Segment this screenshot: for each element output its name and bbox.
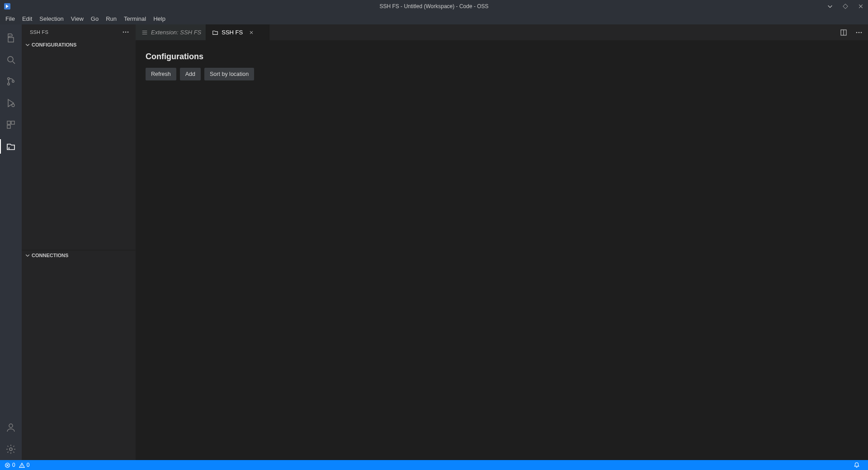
panel-connections-body [22, 260, 136, 461]
svg-point-2 [8, 78, 9, 80]
tab-actions [835, 24, 868, 40]
page-heading: Configurations [146, 52, 858, 61]
activity-run-debug[interactable] [0, 92, 22, 114]
titlebar: SSH FS - Untitled (Workspace) - Code - O… [0, 0, 868, 13]
panel-connections-label: CONNECTIONS [32, 253, 68, 258]
status-warnings[interactable]: 0 [19, 462, 30, 468]
svg-point-3 [8, 83, 9, 85]
menu-view[interactable]: View [67, 14, 87, 24]
sort-by-location-button[interactable]: Sort by location [204, 68, 254, 80]
tab-sshfs[interactable]: SSH FS [206, 24, 269, 40]
svg-rect-8 [7, 125, 10, 128]
editor-area: Extension: SSH FS SSH FS [136, 24, 868, 460]
svg-rect-6 [7, 121, 10, 124]
button-row: Refresh Add Sort by location [146, 68, 858, 80]
menubar: File Edit Selection View Go Run Terminal… [0, 13, 868, 24]
warning-icon [19, 462, 25, 468]
status-notifications[interactable] [854, 462, 860, 468]
svg-point-19 [22, 466, 22, 467]
svg-point-12 [125, 32, 127, 33]
restore-window-icon[interactable] [842, 3, 849, 10]
add-button[interactable]: Add [180, 68, 201, 80]
status-warnings-count: 0 [27, 462, 30, 468]
svg-point-4 [12, 80, 14, 82]
activity-extensions[interactable] [0, 114, 22, 136]
menu-file[interactable]: File [2, 14, 19, 24]
menu-edit[interactable]: Edit [19, 14, 36, 24]
close-window-icon[interactable] [857, 3, 864, 10]
panel-configurations-header[interactable]: CONFIGURATIONS [22, 40, 136, 50]
sidebar: SSH FS CONFIGURATIONS CONNECTIONS [22, 24, 136, 460]
error-icon [5, 462, 10, 468]
menu-selection[interactable]: Selection [36, 14, 67, 24]
activity-explorer[interactable] [0, 27, 22, 49]
svg-point-10 [9, 448, 12, 451]
panel-configurations-body [22, 50, 136, 250]
window-controls [826, 3, 864, 10]
svg-point-9 [9, 424, 13, 428]
main-area: SSH FS CONFIGURATIONS CONNECTIONS [0, 24, 868, 460]
activity-source-control[interactable] [0, 70, 22, 92]
app-icon [4, 3, 11, 10]
activitybar [0, 24, 22, 460]
svg-point-15 [856, 32, 858, 33]
menu-run[interactable]: Run [102, 14, 120, 24]
chevron-down-icon[interactable] [826, 3, 834, 10]
svg-point-11 [123, 32, 124, 33]
activity-sshfs[interactable] [0, 136, 22, 157]
tabbar: Extension: SSH FS SSH FS [136, 24, 868, 40]
refresh-button[interactable]: Refresh [146, 68, 176, 80]
sidebar-header: SSH FS [22, 24, 136, 40]
activity-search[interactable] [0, 49, 22, 70]
bell-icon [854, 462, 860, 468]
svg-point-1 [8, 56, 13, 62]
more-icon[interactable] [854, 28, 863, 37]
svg-point-13 [127, 32, 129, 33]
tab-extension-sshfs[interactable]: Extension: SSH FS [136, 24, 206, 40]
svg-rect-7 [11, 121, 14, 124]
panel-connections-header[interactable]: CONNECTIONS [22, 250, 136, 260]
panel-configurations: CONFIGURATIONS [22, 40, 136, 250]
close-icon[interactable] [247, 28, 255, 37]
svg-point-5 [12, 104, 14, 107]
tab-label: Extension: SSH FS [151, 29, 201, 36]
split-editor-icon[interactable] [839, 28, 848, 37]
sidebar-more-icon[interactable] [122, 28, 129, 36]
status-errors[interactable]: 0 [5, 462, 15, 468]
activity-accounts[interactable] [0, 417, 22, 438]
menu-go[interactable]: Go [87, 14, 102, 24]
chevron-down-icon [24, 252, 31, 258]
tab-label: SSH FS [222, 29, 243, 36]
statusbar: 0 0 [0, 460, 868, 470]
menu-help[interactable]: Help [150, 14, 169, 24]
editor-body: Configurations Refresh Add Sort by locat… [136, 40, 868, 460]
chevron-down-icon [24, 42, 31, 48]
activity-settings[interactable] [0, 438, 22, 460]
list-icon [141, 29, 148, 36]
status-errors-count: 0 [12, 462, 15, 468]
svg-point-17 [861, 32, 862, 33]
panel-connections: CONNECTIONS [22, 250, 136, 461]
sidebar-title: SSH FS [30, 29, 48, 35]
menu-terminal[interactable]: Terminal [120, 14, 150, 24]
folder-icon [212, 29, 219, 36]
svg-point-16 [859, 32, 860, 33]
panel-configurations-label: CONFIGURATIONS [32, 42, 76, 47]
window-title: SSH FS - Untitled (Workspace) - Code - O… [379, 3, 488, 9]
